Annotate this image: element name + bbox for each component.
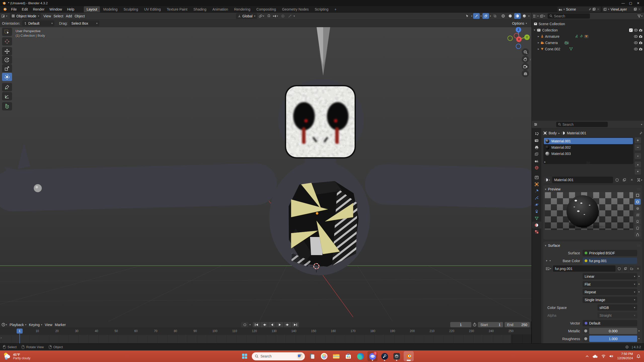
preview-hair-button[interactable] [634, 212, 641, 218]
keying-menu[interactable]: Keying [29, 323, 42, 327]
auto-keying-toggle[interactable] [241, 322, 248, 327]
fake-user-shield-icon[interactable] [614, 177, 620, 183]
hide-eye-icon[interactable] [634, 35, 638, 38]
outliner-row-camera[interactable]: Camera [532, 39, 644, 46]
color-space-dropdown[interactable]: sRGB [597, 304, 637, 311]
slot-specials-menu[interactable] [635, 153, 641, 159]
projection-dropdown[interactable]: Flat [583, 281, 637, 287]
preview-cube-button[interactable] [634, 205, 641, 211]
material-slot-list[interactable]: Material.001 Material.002 Material.003 :… [543, 137, 633, 164]
viewport-3d[interactable]: Object Mode View Select Add Object Globa… [0, 13, 532, 321]
stopwatch-icon[interactable] [473, 323, 476, 327]
expand-icon[interactable] [538, 47, 539, 51]
notification-bell-icon[interactable] [636, 354, 640, 358]
tab-constraints[interactable] [532, 208, 541, 215]
keyframe-dot[interactable] [637, 274, 641, 278]
chevron-down-icon[interactable] [471, 15, 472, 17]
weather-widget[interactable]: 41°F Partly cloudy [0, 352, 55, 360]
disable-render-camera-icon[interactable] [639, 29, 642, 31]
material-slot-2[interactable]: Material.002 [544, 144, 633, 150]
chevron-down-icon[interactable] [528, 15, 529, 17]
outliner-row-cone[interactable]: Cone.002 [532, 46, 644, 52]
material-slot-1[interactable]: Material.001 [544, 138, 633, 144]
drag-dropdown[interactable]: Select Box [70, 20, 99, 26]
unlink-image-button[interactable] [635, 266, 641, 272]
image-copy-icon[interactable] [623, 266, 628, 272]
perspective-toggle-button[interactable] [522, 70, 529, 77]
vp-menu-view[interactable]: View [43, 14, 51, 18]
vp-menu-object[interactable]: Object [74, 14, 85, 18]
editor-type-icon[interactable] [2, 14, 6, 18]
frame-end-field[interactable]: End250 [505, 322, 530, 327]
chevron-down-icon[interactable] [6, 323, 7, 326]
outliner-row-scene-collection[interactable]: Scene Collection [532, 21, 644, 27]
tab-texture[interactable] [532, 228, 541, 235]
copy-icon[interactable] [592, 8, 596, 11]
current-frame-field[interactable]: 1 [450, 322, 471, 327]
chevron-down-icon[interactable] [249, 323, 251, 326]
blender-app-icon[interactable] [404, 351, 414, 361]
timeline-expand-arrow[interactable] [1, 336, 2, 340]
copy-icon[interactable] [634, 8, 637, 11]
breadcrumb-material[interactable]: Material.001 [567, 131, 586, 135]
chevron-down-icon[interactable] [277, 15, 278, 17]
discord-app-icon[interactable]: 1 [367, 351, 377, 361]
surface-shader-dropdown[interactable]: Principled BSDF [583, 250, 637, 256]
chevron-down-icon[interactable] [549, 179, 550, 181]
workspace-tab-rendering[interactable]: Rendering [231, 6, 253, 12]
source-dropdown[interactable]: Single Image [583, 297, 637, 303]
extension-dropdown[interactable]: Repeat [583, 289, 637, 295]
workspace-tab-geometry-nodes[interactable]: Geometry Nodes [279, 6, 312, 12]
pin-icon[interactable] [588, 8, 591, 11]
tool-annotate[interactable] [2, 83, 12, 91]
unlink-icon[interactable] [597, 8, 599, 11]
network-icon[interactable] [625, 345, 629, 349]
jump-to-start-button[interactable] [253, 322, 260, 327]
viewlayer-selector[interactable]: ViewLayer [602, 7, 642, 12]
maximize-button[interactable]: ▢ [627, 1, 634, 5]
remove-icon[interactable] [638, 8, 641, 11]
tool-rotate[interactable] [2, 56, 12, 64]
blender-menu-icon[interactable] [3, 8, 7, 11]
playback-menu[interactable]: Playback [10, 323, 26, 327]
edge-browser-icon[interactable] [355, 351, 365, 361]
orientation-selector[interactable]: Global [236, 13, 257, 19]
jump-next-keyframe-button[interactable] [284, 322, 291, 327]
tool-select-box[interactable] [2, 28, 12, 36]
chevron-down-icon[interactable] [6, 15, 7, 17]
outliner-row-collection[interactable]: Collection [532, 27, 644, 33]
taskbar-search-box[interactable]: Search [252, 352, 305, 360]
keyframe-dot[interactable] [637, 290, 641, 294]
region-collapse-arrow[interactable] [530, 57, 531, 61]
chevron-down-icon[interactable] [641, 179, 642, 181]
roughness-socket[interactable] [583, 336, 589, 342]
snap-target-icon[interactable] [273, 15, 276, 18]
proportional-falloff-icon[interactable] [287, 13, 293, 19]
breadcrumb-object[interactable]: Body [549, 131, 557, 135]
chevron-down-icon[interactable] [544, 15, 545, 17]
preview-panel-header[interactable]: Preview :::: [545, 186, 641, 192]
timeline-marker-menu[interactable]: Marker [55, 323, 66, 327]
keyframe-dot[interactable] [637, 337, 641, 341]
tab-view-layer[interactable] [532, 151, 541, 157]
chevron-down-icon[interactable] [480, 15, 482, 17]
camera-view-button[interactable] [522, 63, 529, 70]
proportional-editing-toggle[interactable] [280, 13, 286, 19]
recall-app-icon[interactable] [307, 351, 317, 361]
copy-material-icon[interactable] [621, 177, 628, 183]
disable-render-camera-icon[interactable] [639, 41, 642, 44]
disable-render-camera-icon[interactable] [639, 35, 642, 38]
chevron-down-icon[interactable] [294, 15, 295, 17]
chevron-down-icon[interactable] [490, 15, 491, 17]
outliner-row-armature[interactable]: Armature [532, 33, 644, 39]
workspace-tab-animation[interactable]: Animation [210, 6, 231, 12]
tab-physics[interactable] [532, 201, 541, 208]
panel-grip[interactable]: :::: [637, 188, 641, 191]
selectability-visibility-toggle[interactable] [464, 13, 471, 19]
options-dropdown[interactable]: Options [512, 21, 527, 25]
image-icon[interactable] [546, 267, 549, 270]
scene-selector[interactable]: Scene [557, 7, 601, 12]
alpha-mode-dropdown[interactable]: Straight [597, 312, 637, 318]
outliner-search-input[interactable]: Search [548, 13, 590, 19]
workspace-tab-sculpting[interactable]: Sculpting [121, 6, 141, 12]
